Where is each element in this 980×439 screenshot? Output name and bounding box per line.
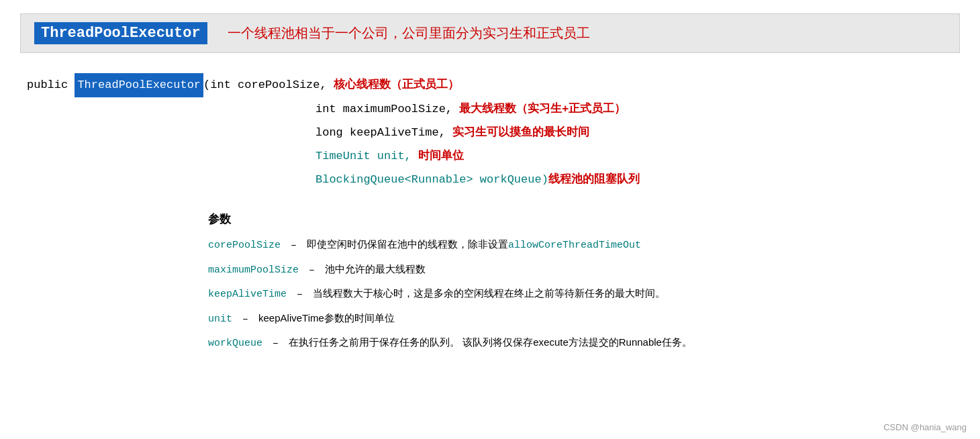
param-desc-corepoolsize-code: allowCoreThreadTimeOut [508, 236, 641, 256]
title-description: 一个线程池相当于一个公司，公司里面分为实习生和正式员工 [228, 24, 590, 42]
param-dash-4: – [236, 310, 254, 330]
code-section: public ThreadPoolExecutor (int corePoolS… [20, 73, 960, 191]
param-row-maximumpoolsize: maximumPoolSize – 池中允许的最大线程数 [208, 260, 960, 281]
title-banner: ThreadPoolExecutor 一个线程池相当于一个公司，公司里面分为实习… [20, 13, 960, 53]
param-name-unit: unit [208, 310, 232, 330]
class-title: ThreadPoolExecutor [34, 22, 207, 44]
code-line-3: long keepAliveTime, 实习生可以摸鱼的最长时间 [315, 121, 960, 144]
param-dash-3: – [291, 285, 309, 305]
param-name-maximumpoolsize: maximumPoolSize [208, 261, 299, 281]
constructor-name: ThreadPoolExecutor [75, 73, 203, 97]
param-row-keepalivetime: keepAliveTime – 当线程数大于核心时，这是多余的空闲线程在终止之前… [208, 284, 960, 305]
line1-params: (int corePoolSize, [203, 74, 327, 97]
params-title: 参数 [208, 211, 960, 227]
watermark: CSDN @hania_wang [883, 422, 967, 432]
param-dash-2: – [303, 261, 321, 281]
line2-params: int maximumPoolSize, [315, 98, 452, 121]
line3-comment: 实习生可以摸鱼的最长时间 [452, 121, 589, 144]
code-line-5: BlockingQueue<Runnable> workQueue) 线程池的阻… [315, 168, 960, 191]
param-desc-unit: keepAliveTime参数的时间单位 [258, 309, 395, 328]
param-name-workqueue: workQueue [208, 334, 262, 354]
param-row-unit: unit – keepAliveTime参数的时间单位 [208, 309, 960, 330]
code-line-1: public ThreadPoolExecutor (int corePoolS… [27, 73, 960, 97]
code-line-2: int maximumPoolSize, 最大线程数（实习生+正式员工） [315, 97, 960, 121]
keyword-public: public [27, 74, 68, 97]
param-desc-keepalivetime: 当线程数大于核心时，这是多余的空闲线程在终止之前等待新任务的最大时间。 [313, 284, 665, 303]
line4-params: TimeUnit unit, [315, 145, 411, 168]
param-desc-corepoolsize-text: 即使空闲时仍保留在池中的线程数，除非设置 [307, 235, 508, 254]
line4-comment: 时间单位 [418, 144, 464, 167]
line5-comment: 线程池的阻塞队列 [548, 168, 640, 191]
param-dash-5: – [266, 334, 285, 354]
line5-params: BlockingQueue<Runnable> workQueue) [315, 168, 548, 191]
param-name-corepoolsize: corePoolSize [208, 236, 281, 256]
param-dash-1: – [285, 236, 303, 256]
main-container: ThreadPoolExecutor 一个线程池相当于一个公司，公司里面分为实习… [0, 0, 980, 381]
line1-comment: 核心线程数（正式员工） [334, 73, 459, 96]
code-line-4: TimeUnit unit, 时间单位 [315, 144, 960, 168]
line2-comment: 最大线程数（实习生+正式员工） [459, 97, 626, 120]
line3-params: long keepAliveTime, [315, 121, 446, 144]
param-desc-workqueue: 在执行任务之前用于保存任务的队列。 该队列将仅保存execute方法提交的Run… [289, 333, 692, 352]
param-name-keepalivetime: keepAliveTime [208, 285, 287, 305]
param-desc-maximumpoolsize: 池中允许的最大线程数 [325, 260, 426, 279]
param-row-corepoolsize: corePoolSize – 即使空闲时仍保留在池中的线程数，除非设置 allo… [208, 235, 960, 256]
params-section: 参数 corePoolSize – 即使空闲时仍保留在池中的线程数，除非设置 a… [20, 211, 960, 354]
param-row-workqueue: workQueue – 在执行任务之前用于保存任务的队列。 该队列将仅保存exe… [208, 333, 960, 354]
